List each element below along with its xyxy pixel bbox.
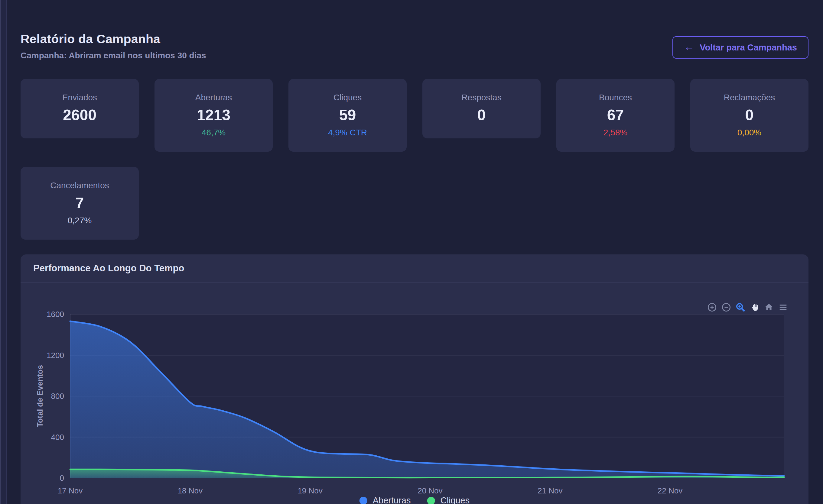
pan-icon[interactable] (749, 302, 760, 313)
campaign-report-page: Relatório da Campanha Campanha: Abriram … (21, 0, 809, 504)
x-axis-tick-label: 20 Nov (403, 486, 457, 495)
stat-card-cliques: Cliques594,9% CTR (289, 79, 407, 152)
back-button-label: Voltar para Campanhas (700, 43, 797, 53)
legend-dot (427, 497, 435, 504)
chart-legend: AberturasCliques (359, 496, 470, 504)
x-axis-tick-label: 22 Nov (643, 486, 697, 495)
y-axis-tick-label: 0 (21, 474, 64, 483)
stat-percentage: 0,27% (68, 216, 92, 225)
sidebar-collapsed-edge (0, 0, 7, 504)
legend-label: Aberturas (373, 496, 411, 504)
chart-panel-header: Performance Ao Longo Do Tempo (21, 254, 809, 282)
stat-card-bounces: Bounces672,58% (556, 79, 675, 152)
page-header: Relatório da Campanha Campanha: Abriram … (21, 32, 809, 60)
stat-label: Reclamações (724, 93, 775, 102)
box-zoom-icon[interactable] (735, 302, 746, 313)
legend-item-aberturas[interactable]: Aberturas (359, 496, 411, 504)
page-title: Relatório da Campanha (21, 32, 206, 46)
zoom-in-icon[interactable] (706, 302, 717, 313)
stat-value: 1213 (197, 106, 230, 124)
stat-card-cancelamentos: Cancelamentos70,27% (21, 167, 139, 240)
stat-value: 2600 (63, 106, 97, 124)
x-axis-tick-label: 21 Nov (523, 486, 577, 495)
y-axis-tick-label: 1200 (21, 351, 64, 360)
performance-chart[interactable] (70, 314, 784, 478)
back-to-campaigns-button[interactable]: ← Voltar para Campanhas (672, 36, 809, 59)
legend-dot (359, 497, 367, 504)
x-axis-tick-label: 19 Nov (283, 486, 337, 495)
stat-label: Aberturas (195, 93, 232, 102)
stat-value: 67 (607, 106, 624, 124)
stat-percentage: 4,9% CTR (328, 128, 367, 138)
title-block: Relatório da Campanha Campanha: Abriram … (21, 32, 206, 60)
chart-title: Performance Ao Longo Do Tempo (33, 263, 184, 274)
menu-icon[interactable] (778, 302, 789, 313)
stat-label: Cliques (333, 93, 362, 102)
stat-label: Bounces (599, 93, 632, 102)
stat-card-respostas: Respostas0 (423, 79, 541, 139)
y-axis-tick-label: 800 (21, 392, 64, 401)
y-axis-tick-label: 1600 (21, 310, 64, 319)
chart-toolbar (706, 302, 789, 313)
stats-grid: Enviados2600Aberturas121346,7%Cliques594… (21, 79, 809, 240)
stat-value: 7 (75, 194, 84, 212)
stat-card-enviados: Enviados2600 (21, 79, 139, 139)
y-axis-tick-label: 400 (21, 433, 64, 442)
stat-value: 0 (477, 106, 486, 124)
stat-percentage: 0,00% (737, 128, 761, 138)
stat-label: Respostas (461, 93, 501, 102)
home-icon[interactable] (764, 302, 774, 313)
stat-card-aberturas: Aberturas121346,7% (155, 79, 273, 152)
stat-label: Cancelamentos (50, 181, 109, 190)
legend-label: Cliques (441, 496, 470, 504)
x-axis-tick-label: 17 Nov (43, 486, 97, 495)
stat-label: Enviados (62, 93, 97, 102)
stat-value: 0 (745, 106, 754, 124)
stat-percentage: 2,58% (604, 128, 627, 138)
stat-value: 59 (339, 106, 356, 124)
page-subtitle: Campanha: Abriram email nos ultimos 30 d… (21, 51, 206, 60)
back-arrow-icon: ← (684, 42, 694, 52)
legend-item-cliques[interactable]: Cliques (427, 496, 470, 504)
zoom-out-icon[interactable] (721, 302, 732, 313)
stat-card-reclamacoes: Reclamações00,00% (690, 79, 809, 152)
performance-panel: Performance Ao Longo Do Tempo Total de E… (21, 254, 809, 504)
stat-percentage: 46,7% (202, 128, 225, 138)
x-axis-tick-label: 18 Nov (163, 486, 217, 495)
